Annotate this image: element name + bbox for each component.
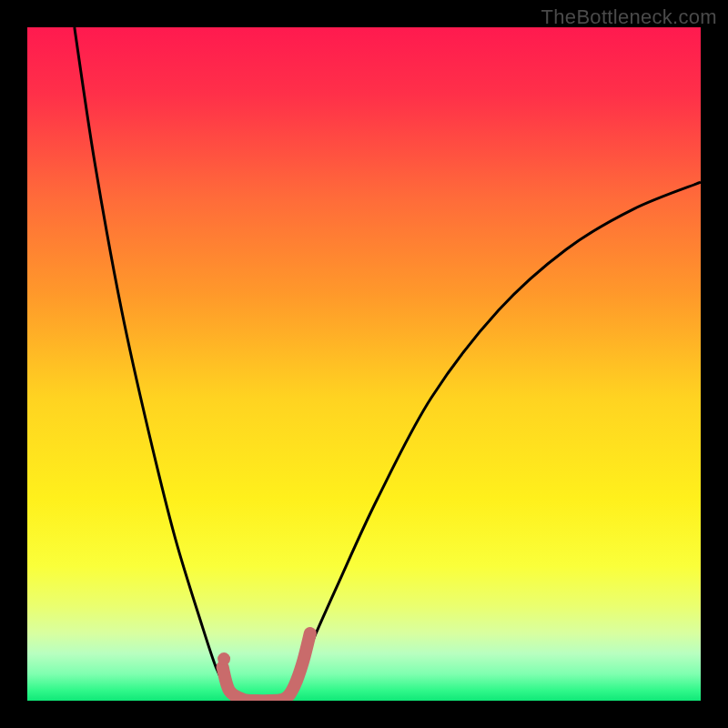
accent-window-stroke (223, 633, 310, 701)
curve-left-branch (75, 27, 233, 701)
watermark-text: TheBottleneck.com (541, 5, 717, 29)
bottleneck-curve (27, 27, 701, 701)
accent-dot-icon (217, 652, 230, 665)
chart-frame (27, 27, 701, 701)
curve-right-branch (283, 182, 701, 701)
